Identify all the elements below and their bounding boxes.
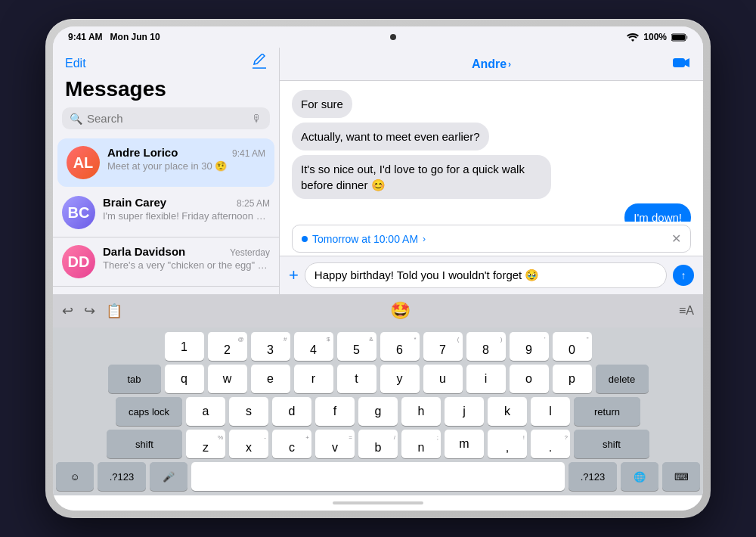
chat-header-name[interactable]: Andre ›	[472, 57, 511, 71]
compose-button[interactable]	[252, 54, 267, 73]
key-n[interactable]: ; n	[401, 430, 441, 458]
message-bubble: I'm down!	[624, 203, 691, 222]
edit-button[interactable]: Edit	[65, 57, 86, 70]
conversation-item[interactable]: AL Andre Lorico 9:41 AM Meet at your pla…	[57, 138, 274, 187]
paste-button[interactable]: 📋	[106, 303, 122, 319]
message-row: Actually, want to meet even earlier?	[292, 123, 691, 151]
home-indicator	[333, 501, 423, 504]
key-comma[interactable]: ! ,	[488, 430, 527, 458]
keyboard-number-row: 1 @ 2 # 3 $ 4 & 5 *	[56, 332, 700, 361]
keyboard-tools-left: ↩ ↪ 📋	[62, 303, 122, 319]
key-m[interactable]: m	[445, 430, 484, 458]
key-z[interactable]: % z	[186, 430, 225, 458]
key-u[interactable]: u	[423, 365, 463, 393]
key-num-toggle-right[interactable]: .?123	[569, 462, 617, 491]
key-c[interactable]: + c	[272, 430, 311, 458]
key-g[interactable]: g	[358, 397, 398, 426]
battery-percent: 100%	[643, 32, 667, 42]
key-t[interactable]: t	[337, 365, 376, 393]
sidebar-header: Edit	[53, 48, 279, 77]
key-a[interactable]: a	[186, 397, 225, 426]
ipad-device: 9:41 AM Mon Jun 10 100%	[45, 19, 711, 518]
chat-header: Andre ›	[280, 48, 703, 81]
key-space[interactable]	[191, 462, 565, 491]
status-bar: 9:41 AM Mon Jun 10 100%	[53, 26, 703, 48]
key-o[interactable]: o	[510, 365, 549, 393]
wifi-icon	[627, 33, 639, 42]
sidebar: Edit Messages 🔍 🎙	[53, 48, 280, 294]
chevron-right-icon: ›	[508, 59, 511, 70]
keyboard-z-row: shift % z - x + c = v /	[56, 430, 700, 458]
video-call-button[interactable]	[673, 55, 691, 73]
schedule-chevron: ›	[423, 234, 426, 244]
chat-area: Andre › For sure Actual	[280, 48, 703, 294]
key-i[interactable]: i	[466, 365, 506, 393]
key-p[interactable]: p	[553, 365, 592, 393]
message-input[interactable]: Happy birthday! Told you I wouldn't forg…	[305, 262, 667, 288]
conversation-item[interactable]: DD Darla Davidson Yesterday There's a ve…	[53, 237, 279, 287]
key-6[interactable]: * 6	[380, 332, 420, 361]
conversation-item[interactable]: BC Brain Carey 8:25 AM I'm super flexibl…	[53, 188, 279, 237]
search-icon: 🔍	[70, 113, 82, 125]
key-b[interactable]: / b	[358, 430, 398, 458]
key-period[interactable]: ? .	[531, 430, 570, 458]
key-return[interactable]: return	[574, 397, 640, 426]
conversation-list: AL Andre Lorico 9:41 AM Meet at your pla…	[53, 137, 279, 294]
scheduling-left[interactable]: Tomorrow at 10:00 AM ›	[302, 233, 426, 245]
conv-preview: There's a very "chicken or the egg" thin…	[103, 259, 270, 271]
redo-button[interactable]: ↪	[84, 303, 95, 319]
key-k[interactable]: k	[488, 397, 527, 426]
conv-name: Darla Davidson	[103, 245, 185, 258]
key-num-toggle-left[interactable]: .?123	[98, 462, 146, 491]
key-7[interactable]: ( 7	[423, 332, 463, 361]
key-8[interactable]: ) 8	[466, 332, 506, 361]
key-delete[interactable]: delete	[596, 365, 649, 393]
key-3[interactable]: # 3	[251, 332, 290, 361]
schedule-text: Tomorrow at 10:00 AM	[312, 233, 418, 245]
key-keyboard-dismiss[interactable]: ⌨	[662, 462, 700, 491]
key-x[interactable]: - x	[229, 430, 268, 458]
key-d[interactable]: d	[272, 397, 311, 426]
key-5[interactable]: & 5	[337, 332, 376, 361]
key-r[interactable]: r	[294, 365, 333, 393]
key-emoji[interactable]: ☺	[56, 462, 94, 491]
key-tab[interactable]: tab	[108, 365, 161, 393]
key-y[interactable]: y	[380, 365, 420, 393]
key-e[interactable]: e	[251, 365, 290, 393]
format-button[interactable]: ≡A	[679, 304, 694, 317]
status-date: Mon Jun 10	[110, 32, 160, 42]
key-shift-left[interactable]: shift	[107, 430, 182, 458]
input-area: + Happy birthday! Told you I wouldn't fo…	[280, 256, 703, 294]
keyboard-q-row: tab q w e r t y u i o p delete	[56, 365, 700, 393]
key-v[interactable]: = v	[315, 430, 355, 458]
emoji-toolbar-button[interactable]: 🤩	[390, 301, 411, 321]
key-w[interactable]: w	[208, 365, 247, 393]
key-4[interactable]: $ 4	[294, 332, 333, 361]
key-microphone[interactable]: 🎤	[150, 462, 187, 491]
undo-button[interactable]: ↩	[62, 303, 73, 319]
key-9[interactable]: ' 9	[510, 332, 549, 361]
search-bar[interactable]: 🔍 🎙	[62, 107, 270, 129]
conv-preview: Meet at your place in 30 🤨	[107, 160, 265, 172]
key-1[interactable]: 1	[165, 332, 204, 361]
key-international[interactable]: 🌐	[621, 462, 658, 491]
chat-messages: For sure Actually, want to meet even ear…	[280, 81, 703, 222]
key-s[interactable]: s	[229, 397, 268, 426]
conv-top: Brain Carey 8:25 AM	[103, 196, 270, 209]
key-0[interactable]: " 0	[553, 332, 592, 361]
search-input[interactable]	[87, 112, 247, 125]
add-attachment-button[interactable]: +	[289, 265, 299, 285]
key-2[interactable]: @ 2	[208, 332, 247, 361]
scheduling-close-button[interactable]: ✕	[671, 231, 681, 246]
conv-content: Andre Lorico 9:41 AM Meet at your place …	[107, 146, 265, 172]
key-q[interactable]: q	[165, 365, 204, 393]
ipad-screen: 9:41 AM Mon Jun 10 100%	[53, 26, 703, 511]
send-button[interactable]: ↑	[673, 265, 694, 286]
key-f[interactable]: f	[315, 397, 355, 426]
key-j[interactable]: j	[445, 397, 484, 426]
key-shift-right[interactable]: shift	[574, 430, 649, 458]
key-caps-lock[interactable]: caps lock	[116, 397, 182, 426]
key-h[interactable]: h	[401, 397, 441, 426]
key-l[interactable]: l	[531, 397, 570, 426]
mic-icon: 🎙	[252, 113, 262, 125]
